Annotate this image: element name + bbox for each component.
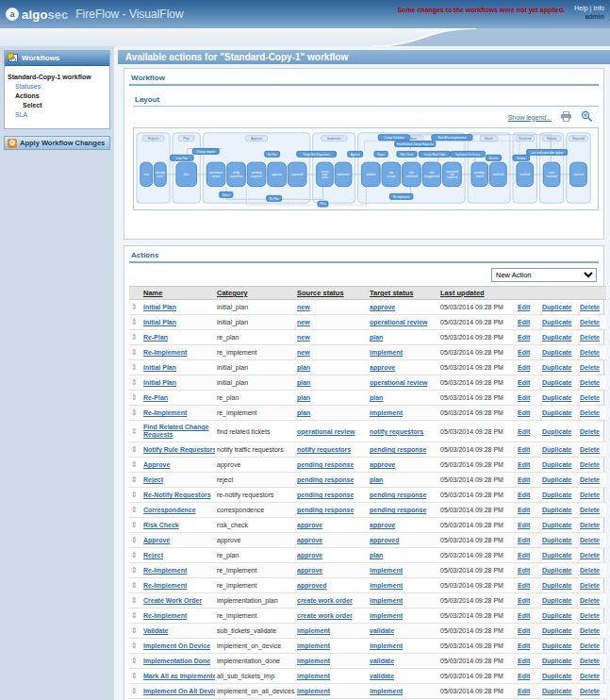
status-node[interactable]: pendingmatch bbox=[471, 162, 488, 186]
target-status-link[interactable]: pending response bbox=[370, 492, 426, 498]
target-status-link[interactable]: approve bbox=[370, 364, 395, 371]
status-node[interactable]: requestednotrequired bbox=[443, 162, 462, 186]
action-name-link[interactable]: Re-Implement bbox=[143, 409, 187, 416]
action-name-link[interactable]: Create Work Order bbox=[143, 597, 202, 604]
sidebar-item-statuses[interactable]: Statuses bbox=[8, 82, 107, 92]
show-legend-link[interactable]: Show legend... bbox=[508, 114, 552, 121]
action-name-link[interactable]: Initial Plan bbox=[143, 319, 176, 325]
delete-link[interactable]: Delete bbox=[580, 522, 600, 528]
row-drag-handle-icon[interactable]: ⇕ bbox=[131, 581, 138, 590]
action-name-link[interactable]: Correspondence bbox=[143, 507, 196, 513]
action-pill[interactable]: Resolve bbox=[486, 155, 502, 160]
workflow-diagram[interactable]: RequestPlanApproveImplementValidateMatch… bbox=[133, 127, 599, 210]
delete-link[interactable]: Delete bbox=[580, 446, 600, 453]
row-drag-handle-icon[interactable]: ⇕ bbox=[131, 363, 138, 372]
new-action-select[interactable]: New Action bbox=[491, 268, 597, 282]
source-status-link[interactable]: approve bbox=[297, 552, 322, 558]
delete-link[interactable]: Delete bbox=[580, 642, 600, 649]
action-name-link[interactable]: Notify Rule Requestors bbox=[143, 446, 215, 453]
target-status-link[interactable]: approved bbox=[370, 537, 400, 543]
row-drag-handle-icon[interactable]: ⇕ bbox=[131, 460, 138, 469]
status-node[interactable]: matched bbox=[490, 162, 507, 186]
status-node[interactable]: alreadyexist bbox=[155, 162, 167, 186]
sidebar-item-standard-copy-1-workflow[interactable]: Standard-Copy-1 workflow bbox=[8, 73, 107, 82]
row-drag-handle-icon[interactable]: ⇕ bbox=[131, 491, 138, 499]
delete-link[interactable]: Delete bbox=[580, 658, 600, 664]
duplicate-link[interactable]: Duplicate bbox=[542, 364, 572, 371]
status-node[interactable]: validate bbox=[362, 162, 381, 186]
source-status-link[interactable]: pending response bbox=[297, 461, 354, 468]
action-pill[interactable]: Validate bbox=[513, 155, 530, 160]
delete-link[interactable]: Delete bbox=[580, 612, 600, 619]
status-node[interactable]: ruleconfirmed bbox=[403, 162, 421, 186]
source-status-link[interactable]: new bbox=[297, 334, 310, 341]
col-header-last-updated[interactable]: Last updated bbox=[438, 287, 516, 300]
row-drag-handle-icon[interactable]: ⇕ bbox=[131, 475, 138, 484]
row-drag-handle-icon[interactable]: ⇕ bbox=[131, 551, 138, 559]
status-node[interactable]: approved bbox=[288, 162, 306, 186]
row-drag-handle-icon[interactable]: ⇕ bbox=[131, 642, 138, 650]
status-node[interactable]: operationalreview bbox=[206, 162, 225, 186]
target-status-link[interactable]: approve bbox=[370, 304, 395, 310]
print-icon[interactable] bbox=[560, 111, 572, 123]
delete-link[interactable]: Delete bbox=[580, 627, 600, 634]
edit-link[interactable]: Edit bbox=[518, 642, 530, 649]
duplicate-link[interactable]: Duplicate bbox=[542, 394, 572, 401]
target-status-link[interactable]: approve bbox=[370, 522, 395, 528]
delete-link[interactable]: Delete bbox=[580, 582, 600, 589]
target-status-link[interactable]: pending response bbox=[370, 446, 426, 453]
source-status-link[interactable]: new bbox=[297, 349, 310, 356]
delete-link[interactable]: Delete bbox=[580, 688, 600, 694]
zoom-icon[interactable] bbox=[581, 110, 593, 124]
edit-link[interactable]: Edit bbox=[518, 522, 530, 528]
delete-link[interactable]: Delete bbox=[580, 394, 600, 401]
target-status-link[interactable]: implement bbox=[370, 688, 403, 694]
delete-link[interactable]: Delete bbox=[580, 409, 600, 416]
source-status-link[interactable]: pending response bbox=[297, 507, 354, 513]
target-status-link[interactable]: implement bbox=[370, 597, 403, 604]
col-header-category[interactable]: Category bbox=[215, 287, 295, 300]
duplicate-link[interactable]: Duplicate bbox=[542, 658, 572, 664]
action-pill[interactable]: Reject bbox=[220, 192, 233, 197]
duplicate-link[interactable]: Duplicate bbox=[542, 349, 572, 356]
target-status-link[interactable]: plan bbox=[370, 476, 383, 483]
action-pill[interactable]: Last verification date update bbox=[527, 149, 568, 155]
sidebar-item-sla[interactable]: SLA bbox=[8, 110, 107, 120]
action-name-link[interactable]: Re-Implement bbox=[143, 567, 187, 574]
edit-link[interactable]: Edit bbox=[518, 304, 530, 310]
source-status-link[interactable]: plan bbox=[297, 394, 310, 401]
status-node[interactable]: approve bbox=[268, 162, 287, 186]
action-pill[interactable]: Approve bbox=[348, 151, 363, 157]
sidebar-item-actions[interactable]: Actions bbox=[8, 92, 107, 101]
action-pill[interactable]: Mark All as Implemented bbox=[432, 135, 472, 141]
row-drag-handle-icon[interactable]: ⇕ bbox=[131, 566, 138, 575]
delete-link[interactable]: Delete bbox=[580, 597, 600, 604]
target-status-link[interactable]: implement bbox=[370, 612, 403, 619]
status-node[interactable]: rejected bbox=[570, 162, 587, 186]
delete-link[interactable]: Delete bbox=[580, 476, 600, 483]
action-pill[interactable]: Reject bbox=[374, 151, 387, 157]
action-name-link[interactable]: Re-Notify Requestors bbox=[143, 492, 211, 498]
col-header-source-status[interactable]: Source status bbox=[295, 287, 368, 300]
edit-link[interactable]: Edit bbox=[518, 552, 530, 558]
source-status-link[interactable]: notify requestors bbox=[297, 446, 351, 453]
row-drag-handle-icon[interactable]: ⇕ bbox=[131, 626, 138, 635]
delete-link[interactable]: Delete bbox=[580, 304, 600, 310]
duplicate-link[interactable]: Duplicate bbox=[542, 461, 572, 468]
row-drag-handle-icon[interactable]: ⇕ bbox=[131, 687, 138, 695]
row-drag-handle-icon[interactable]: ⇕ bbox=[131, 521, 138, 529]
duplicate-link[interactable]: Duplicate bbox=[542, 612, 572, 619]
source-status-link[interactable]: implement bbox=[297, 688, 330, 694]
status-node[interactable]: autoresolved bbox=[543, 162, 560, 186]
status-node[interactable]: resolved bbox=[517, 162, 534, 186]
edit-link[interactable]: Edit bbox=[518, 582, 530, 589]
target-status-link[interactable]: validate bbox=[370, 627, 394, 634]
row-drag-handle-icon[interactable]: ⇕ bbox=[131, 672, 138, 680]
edit-link[interactable]: Edit bbox=[518, 364, 530, 371]
source-status-link[interactable]: pending response bbox=[297, 492, 354, 498]
action-name-link[interactable]: Validate bbox=[143, 627, 168, 634]
delete-link[interactable]: Delete bbox=[580, 334, 600, 341]
source-status-link[interactable]: implement bbox=[297, 673, 330, 679]
duplicate-link[interactable]: Duplicate bbox=[542, 334, 572, 341]
source-status-link[interactable]: implement bbox=[297, 627, 330, 634]
